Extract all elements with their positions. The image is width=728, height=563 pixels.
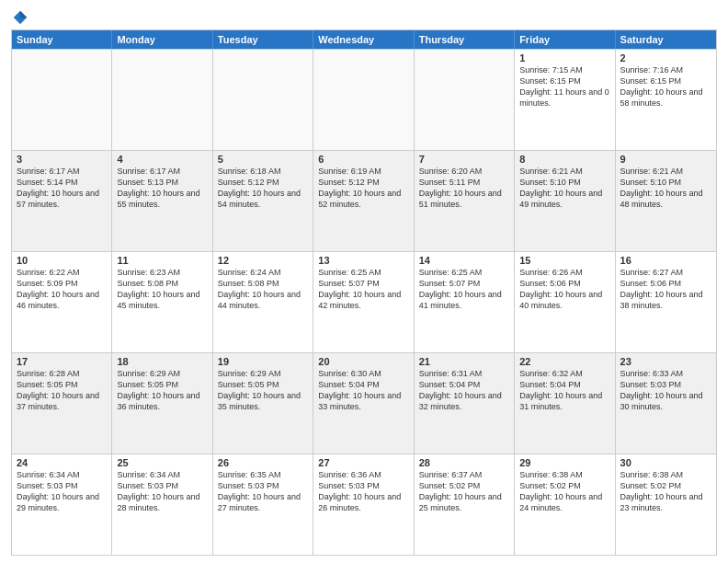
cell-info: Sunrise: 6:17 AM Sunset: 5:14 PM Dayligh… <box>17 166 107 211</box>
cal-cell-1-3: 6Sunrise: 6:19 AM Sunset: 5:12 PM Daylig… <box>313 151 414 251</box>
cal-cell-2-0: 10Sunrise: 6:22 AM Sunset: 5:09 PM Dayli… <box>12 252 112 352</box>
header <box>11 9 717 26</box>
weekday-monday: Monday <box>112 30 212 49</box>
day-number: 11 <box>117 255 207 266</box>
day-number: 7 <box>419 154 509 165</box>
cal-cell-3-4: 21Sunrise: 6:31 AM Sunset: 5:04 PM Dayli… <box>415 353 515 454</box>
cal-cell-0-6: 2Sunrise: 7:16 AM Sunset: 6:15 PM Daylig… <box>616 50 716 150</box>
cal-cell-1-0: 3Sunrise: 6:17 AM Sunset: 5:14 PM Daylig… <box>12 151 112 251</box>
logo-icon <box>12 9 28 26</box>
cal-cell-1-6: 9Sunrise: 6:21 AM Sunset: 5:10 PM Daylig… <box>616 151 716 251</box>
cal-cell-3-5: 22Sunrise: 6:32 AM Sunset: 5:04 PM Dayli… <box>515 353 615 454</box>
cal-cell-0-4 <box>415 50 515 150</box>
calendar-row-0: 1Sunrise: 7:15 AM Sunset: 6:15 PM Daylig… <box>12 49 716 150</box>
cell-info: Sunrise: 6:37 AM Sunset: 5:02 PM Dayligh… <box>419 469 509 514</box>
day-number: 12 <box>218 255 308 266</box>
day-number: 30 <box>620 457 711 468</box>
cal-cell-1-2: 5Sunrise: 6:18 AM Sunset: 5:12 PM Daylig… <box>213 151 313 251</box>
day-number: 14 <box>419 255 509 266</box>
day-number: 28 <box>419 457 509 468</box>
cell-info: Sunrise: 7:16 AM Sunset: 6:15 PM Dayligh… <box>620 64 711 109</box>
day-number: 10 <box>17 255 107 266</box>
cal-cell-2-4: 14Sunrise: 6:25 AM Sunset: 5:07 PM Dayli… <box>415 252 515 352</box>
calendar-header: Sunday Monday Tuesday Wednesday Thursday… <box>12 30 716 49</box>
day-number: 13 <box>318 255 408 266</box>
calendar-row-4: 24Sunrise: 6:34 AM Sunset: 5:03 PM Dayli… <box>12 454 716 555</box>
cal-cell-2-5: 15Sunrise: 6:26 AM Sunset: 5:06 PM Dayli… <box>515 252 615 352</box>
cal-cell-3-1: 18Sunrise: 6:29 AM Sunset: 5:05 PM Dayli… <box>112 353 212 454</box>
day-number: 9 <box>620 154 711 165</box>
day-number: 8 <box>519 154 609 165</box>
weekday-saturday: Saturday <box>616 30 716 49</box>
cal-cell-3-0: 17Sunrise: 6:28 AM Sunset: 5:05 PM Dayli… <box>12 353 112 454</box>
cal-cell-3-3: 20Sunrise: 6:30 AM Sunset: 5:04 PM Dayli… <box>313 353 414 454</box>
day-number: 20 <box>318 356 408 367</box>
cell-info: Sunrise: 6:38 AM Sunset: 5:02 PM Dayligh… <box>620 469 711 514</box>
cell-info: Sunrise: 6:19 AM Sunset: 5:12 PM Dayligh… <box>318 166 408 211</box>
cal-cell-4-4: 28Sunrise: 6:37 AM Sunset: 5:02 PM Dayli… <box>415 454 515 555</box>
calendar-body: 1Sunrise: 7:15 AM Sunset: 6:15 PM Daylig… <box>12 49 716 555</box>
cal-cell-2-1: 11Sunrise: 6:23 AM Sunset: 5:08 PM Dayli… <box>112 252 212 352</box>
cell-info: Sunrise: 6:21 AM Sunset: 5:10 PM Dayligh… <box>620 166 711 211</box>
cell-info: Sunrise: 6:28 AM Sunset: 5:05 PM Dayligh… <box>17 368 107 413</box>
day-number: 2 <box>620 52 711 63</box>
cell-info: Sunrise: 6:30 AM Sunset: 5:04 PM Dayligh… <box>318 368 408 413</box>
day-number: 27 <box>318 457 408 468</box>
calendar-row-2: 10Sunrise: 6:22 AM Sunset: 5:09 PM Dayli… <box>12 251 716 352</box>
cal-cell-2-3: 13Sunrise: 6:25 AM Sunset: 5:07 PM Dayli… <box>313 252 414 352</box>
cell-info: Sunrise: 6:34 AM Sunset: 5:03 PM Dayligh… <box>17 469 107 514</box>
cell-info: Sunrise: 6:21 AM Sunset: 5:10 PM Dayligh… <box>519 166 609 211</box>
day-number: 6 <box>318 154 408 165</box>
weekday-tuesday: Tuesday <box>213 30 313 49</box>
day-number: 29 <box>519 457 609 468</box>
cell-info: Sunrise: 6:32 AM Sunset: 5:04 PM Dayligh… <box>519 368 609 413</box>
calendar: Sunday Monday Tuesday Wednesday Thursday… <box>11 29 717 556</box>
cell-info: Sunrise: 6:36 AM Sunset: 5:03 PM Dayligh… <box>318 469 408 514</box>
cell-info: Sunrise: 6:25 AM Sunset: 5:07 PM Dayligh… <box>318 267 408 312</box>
cell-info: Sunrise: 6:27 AM Sunset: 5:06 PM Dayligh… <box>620 267 711 312</box>
cell-info: Sunrise: 6:24 AM Sunset: 5:08 PM Dayligh… <box>218 267 308 312</box>
cal-cell-4-3: 27Sunrise: 6:36 AM Sunset: 5:03 PM Dayli… <box>313 454 414 555</box>
cal-cell-0-2 <box>213 50 313 150</box>
cell-info: Sunrise: 6:29 AM Sunset: 5:05 PM Dayligh… <box>218 368 308 413</box>
cal-cell-1-1: 4Sunrise: 6:17 AM Sunset: 5:13 PM Daylig… <box>112 151 212 251</box>
cal-cell-3-6: 23Sunrise: 6:33 AM Sunset: 5:03 PM Dayli… <box>616 353 716 454</box>
day-number: 3 <box>17 154 107 165</box>
cell-info: Sunrise: 6:25 AM Sunset: 5:07 PM Dayligh… <box>419 267 509 312</box>
cell-info: Sunrise: 6:35 AM Sunset: 5:03 PM Dayligh… <box>218 469 308 514</box>
cal-cell-2-6: 16Sunrise: 6:27 AM Sunset: 5:06 PM Dayli… <box>616 252 716 352</box>
cell-info: Sunrise: 6:23 AM Sunset: 5:08 PM Dayligh… <box>117 267 207 312</box>
cal-cell-4-5: 29Sunrise: 6:38 AM Sunset: 5:02 PM Dayli… <box>515 454 615 555</box>
logo <box>11 9 29 26</box>
page: Sunday Monday Tuesday Wednesday Thursday… <box>0 0 728 563</box>
cell-info: Sunrise: 6:18 AM Sunset: 5:12 PM Dayligh… <box>218 166 308 211</box>
day-number: 22 <box>519 356 609 367</box>
cell-info: Sunrise: 6:33 AM Sunset: 5:03 PM Dayligh… <box>620 368 711 413</box>
day-number: 25 <box>117 457 207 468</box>
cal-cell-0-1 <box>112 50 212 150</box>
day-number: 17 <box>17 356 107 367</box>
svg-marker-1 <box>20 11 27 18</box>
cell-info: Sunrise: 6:29 AM Sunset: 5:05 PM Dayligh… <box>117 368 207 413</box>
day-number: 23 <box>620 356 711 367</box>
day-number: 26 <box>218 457 308 468</box>
cell-info: Sunrise: 6:31 AM Sunset: 5:04 PM Dayligh… <box>419 368 509 413</box>
day-number: 1 <box>519 52 609 63</box>
day-number: 21 <box>419 356 509 367</box>
cell-info: Sunrise: 7:15 AM Sunset: 6:15 PM Dayligh… <box>519 64 609 109</box>
cal-cell-2-2: 12Sunrise: 6:24 AM Sunset: 5:08 PM Dayli… <box>213 252 313 352</box>
cell-info: Sunrise: 6:20 AM Sunset: 5:11 PM Dayligh… <box>419 166 509 211</box>
cell-info: Sunrise: 6:17 AM Sunset: 5:13 PM Dayligh… <box>117 166 207 211</box>
cell-info: Sunrise: 6:26 AM Sunset: 5:06 PM Dayligh… <box>519 267 609 312</box>
calendar-row-3: 17Sunrise: 6:28 AM Sunset: 5:05 PM Dayli… <box>12 352 716 454</box>
cal-cell-4-2: 26Sunrise: 6:35 AM Sunset: 5:03 PM Dayli… <box>213 454 313 555</box>
cal-cell-3-2: 19Sunrise: 6:29 AM Sunset: 5:05 PM Dayli… <box>213 353 313 454</box>
cal-cell-0-0 <box>12 50 112 150</box>
cal-cell-1-4: 7Sunrise: 6:20 AM Sunset: 5:11 PM Daylig… <box>415 151 515 251</box>
weekday-sunday: Sunday <box>12 30 112 49</box>
day-number: 15 <box>519 255 609 266</box>
weekday-friday: Friday <box>515 30 615 49</box>
cell-info: Sunrise: 6:38 AM Sunset: 5:02 PM Dayligh… <box>519 469 609 514</box>
weekday-thursday: Thursday <box>415 30 515 49</box>
weekday-wednesday: Wednesday <box>313 30 414 49</box>
